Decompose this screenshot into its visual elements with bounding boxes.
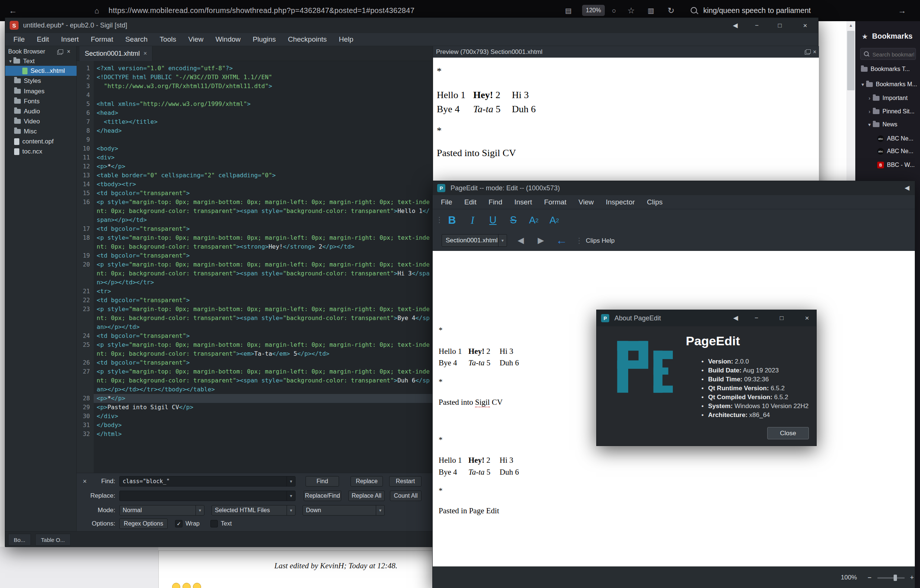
replace-find-button[interactable]: Replace/Find [304, 491, 341, 501]
code-text[interactable]: "http://www.w3.org/TR/xhtml11/DTD/xhtml1… [94, 82, 432, 91]
code-line[interactable]: 5<html xmlns="http://www.w3.org/1999/xht… [76, 100, 432, 109]
code-text[interactable]: <td bgcolor="transparent"> [94, 332, 432, 340]
sidebar-item-news[interactable]: ▾ News [856, 119, 920, 130]
code-text[interactable]: <html xmlns="http://www.w3.org/1999/xhtm… [94, 100, 432, 109]
code-line[interactable]: 19<td bgcolor="transparent"> [76, 251, 432, 260]
menu-insert[interactable]: Insert [56, 33, 84, 46]
find-button[interactable]: Find [306, 476, 339, 486]
about-titlebar[interactable]: P About PageEdit ◀ − □ × [597, 310, 816, 326]
forward-icon[interactable]: → [898, 0, 906, 21]
menu-checkpoints[interactable]: Checkpoints [282, 33, 332, 46]
code-text[interactable]: <table border="0" cellspacing="2" cellpa… [94, 171, 432, 180]
code-line[interactable]: 28<p>*</p> [76, 394, 432, 403]
italic-button[interactable]: I [463, 212, 481, 228]
code-text[interactable]: <td bgcolor="transparent"> [94, 296, 432, 305]
code-line[interactable]: 26<td bgcolor="transparent"> [76, 358, 432, 367]
code-text[interactable]: <body> [94, 144, 432, 153]
float-pane-icon[interactable] [57, 50, 62, 55]
minimize-icon[interactable]: − [752, 310, 761, 326]
nav-forward-icon[interactable]: ▶ [535, 234, 547, 247]
code-text[interactable]: <td bgcolor="transparent"> [94, 189, 432, 198]
code-line[interactable]: 22<td bgcolor="transparent"> [76, 296, 432, 305]
float-pane-icon[interactable] [805, 50, 810, 55]
code-line[interactable]: 17<td bgcolor="transparent"> [76, 225, 432, 233]
code-line[interactable]: 7 <title></title> [76, 117, 432, 126]
scrollbar-thumb[interactable] [847, 31, 855, 90]
code-line[interactable]: 12<p>*</p> [76, 162, 432, 171]
code-line[interactable]: 21<tr> [76, 287, 432, 296]
close-button[interactable]: Close [767, 427, 809, 439]
shade-icon[interactable]: ◀ [730, 18, 740, 33]
code-line[interactable]: 31</body> [76, 421, 432, 430]
code-line[interactable]: 32</html> [76, 430, 432, 439]
code-line[interactable]: 24<td bgcolor="transparent"> [76, 332, 432, 340]
minimize-icon[interactable]: − [752, 18, 762, 33]
maximize-icon[interactable]: □ [775, 18, 785, 33]
smiley-icon[interactable] [183, 583, 191, 588]
chevron-down-icon[interactable]: ▾ [7, 58, 13, 64]
code-text[interactable]: <p style="margin-top: 0px; margin-bottom… [94, 340, 432, 358]
code-line[interactable]: 27<p style="margin-top: 0px; margin-bott… [76, 367, 432, 394]
tree-item-video[interactable]: Video [5, 116, 86, 126]
code-text[interactable]: <p style="margin-top: 0px; margin-bottom… [94, 260, 432, 287]
menu-format[interactable]: Format [86, 33, 118, 46]
count-all-button[interactable]: Count All [390, 491, 421, 501]
find-input[interactable] [120, 478, 287, 485]
sidebar-item-pinned-sites[interactable]: › Pinned Sit... [856, 106, 920, 117]
code-line[interactable]: 16<p style="margin-top: 0px; margin-bott… [76, 198, 432, 225]
sidebar-item-bbc[interactable]: B BBC - W... [856, 159, 920, 171]
wrap-checkbox[interactable]: ✓ Wrap [175, 518, 199, 529]
find-field[interactable]: ▾ [119, 476, 295, 486]
superscript-button[interactable]: A2 [545, 212, 563, 228]
code-text[interactable]: <div> [94, 153, 432, 162]
regex-options-button[interactable]: Regex Options [119, 518, 168, 529]
text-checkbox[interactable]: Text [211, 518, 232, 529]
direction-select[interactable]: Down ▾ [303, 505, 385, 515]
maximize-icon[interactable]: □ [777, 310, 786, 326]
code-text[interactable]: <!DOCTYPE html PUBLIC "-//W3C//DTD XHTML… [94, 73, 432, 82]
code-line[interactable]: 14<tbody><tr> [76, 180, 432, 189]
clips-help-button[interactable]: Clips Help [586, 230, 614, 251]
code-line[interactable]: 3 "http://www.w3.org/TR/xhtml11/DTD/xhtm… [76, 82, 432, 91]
close-icon[interactable]: × [800, 18, 810, 33]
underline-button[interactable]: U [484, 212, 502, 228]
replace-input[interactable] [120, 492, 287, 499]
code-text[interactable]: <tr> [94, 287, 432, 296]
code-text[interactable]: <p>Pasted into Sigil CV</p> [94, 403, 432, 412]
zoom-slider-thumb[interactable] [894, 575, 897, 581]
menu-edit[interactable]: Edit [459, 195, 482, 209]
code-editor[interactable]: 1<?xml version="1.0" encoding="utf-8"?>2… [76, 61, 432, 473]
code-line[interactable]: 13<table border="0" cellspacing="2" cell… [76, 171, 432, 180]
shade-icon[interactable]: ◀ [731, 310, 740, 326]
tree-item-images[interactable]: Images [5, 86, 86, 96]
code-text[interactable]: <title></title> [94, 117, 432, 126]
replace-all-button[interactable]: Replace All [348, 491, 385, 501]
menu-file[interactable]: File [8, 33, 30, 46]
code-line[interactable]: 8</head> [76, 126, 432, 135]
code-text[interactable]: <?xml version="1.0" encoding="utf-8"?> [94, 64, 432, 73]
zoom-in-icon[interactable]: + [910, 567, 914, 588]
chevron-right-icon[interactable]: › [866, 95, 873, 101]
tab-book-browser[interactable]: Bo... [8, 534, 31, 546]
tree-item-fonts[interactable]: Fonts [5, 96, 86, 106]
code-line[interactable]: 23<p style="margin-top: 0px; margin-bott… [76, 305, 432, 332]
menu-clips[interactable]: Clips [641, 195, 667, 209]
chevron-down-icon[interactable]: ▾ [287, 491, 295, 501]
bookmarks-search-input[interactable] [872, 49, 915, 60]
code-line[interactable]: 25<p style="margin-top: 0px; margin-bott… [76, 340, 432, 358]
code-line[interactable]: 2<!DOCTYPE html PUBLIC "-//W3C//DTD XHTM… [76, 73, 432, 82]
chevron-down-icon[interactable]: ▾ [287, 476, 295, 486]
smiley-icon[interactable] [193, 583, 201, 588]
chevron-down-icon[interactable]: ▾ [866, 121, 873, 128]
menu-edit[interactable]: Edit [32, 33, 54, 46]
menu-help[interactable]: Help [334, 33, 359, 46]
code-line[interactable]: 29<p>Pasted into Sigil CV</p> [76, 403, 432, 412]
menu-inspector[interactable]: Inspector [601, 195, 640, 209]
tab-section0001[interactable]: Section0001.xhtml × [79, 46, 152, 61]
code-text[interactable]: <p>*</p> [94, 394, 432, 403]
zoom-out-icon[interactable]: − [868, 567, 872, 588]
menu-format[interactable]: Format [539, 195, 572, 209]
menu-insert[interactable]: Insert [509, 195, 538, 209]
bold-button[interactable]: B [443, 212, 461, 228]
zoom-badge[interactable]: 120% [582, 5, 605, 16]
